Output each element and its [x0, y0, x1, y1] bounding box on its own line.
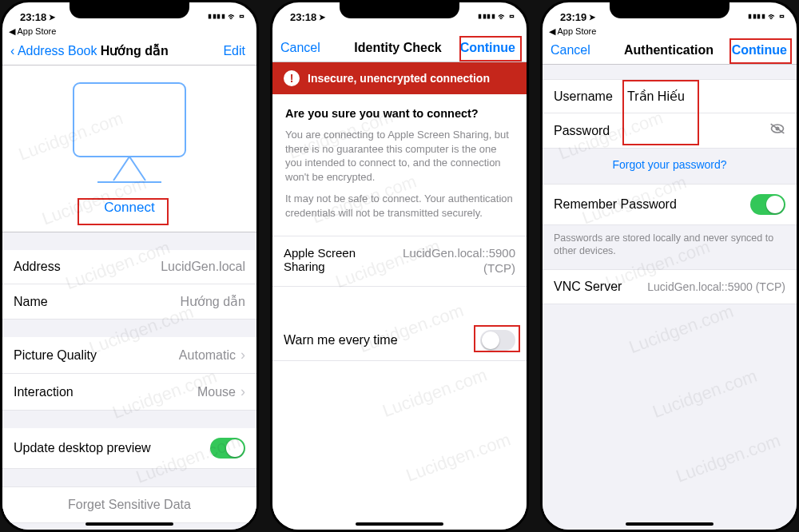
nav-bar: Cancel Identity Check Continue	[272, 36, 527, 62]
status-time-text: 23:18	[20, 11, 46, 23]
interaction-label: Interaction	[14, 385, 74, 399]
cancel-button[interactable]: Cancel	[280, 41, 354, 55]
svg-rect-0	[74, 83, 185, 157]
insecure-banner: ! Insecure, unencrypted connection	[272, 62, 527, 94]
forget-sensitive-data-button[interactable]: Forget Sensitive Data	[2, 486, 256, 523]
highlight-continue	[729, 38, 792, 64]
eye-off-icon[interactable]	[769, 122, 785, 139]
insecure-banner-text: Insecure, unencrypted connection	[308, 72, 490, 85]
row-password[interactable]: Password	[543, 113, 797, 149]
update-preview-toggle[interactable]	[210, 438, 245, 459]
row-interaction[interactable]: Interaction Mouse›	[2, 374, 256, 411]
row-vnc-server: VNC Server LucidGen.local::5900 (TCP)	[543, 269, 797, 304]
service-label: Apple Screen Sharing	[284, 246, 396, 276]
monitor-icon	[62, 77, 197, 189]
row-update-preview: Update desktop preview	[2, 428, 256, 469]
phone-1-settings: 23:18 ➤ ▮▮▮▮ ᯤ ▭ ◀︎ App Store ‹ Address …	[0, 0, 259, 532]
warning-paragraph-2: It may not be safe to connect. Your auth…	[285, 192, 514, 220]
forgot-password-link[interactable]: Forgot your password?	[543, 149, 797, 184]
remember-password-label: Remember Password	[554, 197, 677, 212]
chevron-right-icon: ›	[240, 347, 245, 363]
notch	[70, 2, 189, 18]
warning-paragraph-1: You are connecting to Apple Screen Shari…	[285, 128, 514, 184]
row-address[interactable]: Address LucidGen.local	[2, 250, 256, 284]
name-value: Hướng dẫn	[180, 294, 245, 309]
status-network-icons: ▮▮▮▮ ᯤ ▭	[478, 11, 514, 22]
svg-point-5	[776, 127, 780, 131]
back-to-app-label: App Store	[557, 26, 596, 36]
cancel-button[interactable]: Cancel	[551, 43, 624, 58]
interaction-value: Mouse	[197, 385, 236, 399]
row-picture-quality[interactable]: Picture Quality Automatic›	[2, 337, 256, 374]
warning-icon: !	[284, 70, 300, 86]
warn-every-time-label: Warn me every time	[284, 333, 398, 347]
nav-title: Identity Check	[354, 41, 442, 55]
location-icon: ➤	[319, 13, 325, 22]
nav-back-button[interactable]: ‹ Address Book	[10, 44, 97, 58]
content-area: ! Insecure, unencrypted connection Are y…	[272, 62, 527, 530]
warning-text-block: Are you sure you want to connect? You ar…	[272, 94, 527, 236]
confirm-question: Are you sure you want to connect?	[285, 107, 514, 120]
row-remember-password: Remember Password	[543, 184, 797, 225]
password-storage-note: Passwords are stored locally and never s…	[543, 225, 797, 269]
highlight-warn-toggle	[474, 325, 520, 352]
svg-line-2	[129, 157, 145, 181]
address-label: Address	[14, 260, 61, 274]
status-time: 23:18 ➤	[20, 11, 55, 23]
row-warn-toggle: Warn me every time	[272, 320, 527, 361]
hero-preview: Connect	[2, 66, 256, 232]
vnc-server-value: LucidGen.local::5900 (TCP)	[647, 280, 785, 293]
vnc-server-label: VNC Server	[554, 280, 622, 294]
status-time-text: 23:18	[290, 11, 316, 23]
chevron-right-icon: ›	[240, 383, 245, 399]
name-label: Name	[14, 295, 48, 309]
highlight-connect	[78, 198, 169, 225]
home-indicator[interactable]	[356, 522, 443, 526]
pq-value: Automatic	[179, 348, 236, 362]
content-area: Username Trần Hiếu Password Forgot your …	[543, 65, 797, 530]
password-label: Password	[554, 124, 627, 138]
content-area: Connect Address LucidGen.local Name Hướn…	[2, 66, 256, 530]
phone-2-identity-check: 23:18 ➤ ▮▮▮▮ ᯤ ▭ Cancel Identity Check C…	[270, 0, 529, 532]
nav-title: Authentication	[624, 43, 714, 58]
nav-bar: ‹ Address Book Hướng dẫn Edit	[2, 38, 256, 66]
remember-password-toggle[interactable]	[750, 194, 785, 215]
back-to-app[interactable]: ◀︎ App Store	[543, 26, 797, 38]
username-label: Username	[554, 89, 627, 104]
status-network-icons: ▮▮▮▮ ᯤ ▭	[748, 11, 784, 22]
nav-title: Hướng dẫn	[97, 43, 173, 58]
phone-3-authentication: 23:19 ➤ ▮▮▮▮ ᯤ ▭ ◀︎ App Store Cancel Aut…	[540, 0, 799, 532]
location-icon: ➤	[49, 13, 55, 22]
status-time-text: 23:19	[560, 11, 586, 23]
nav-bar: Cancel Authentication Continue	[543, 38, 797, 65]
nav-back-label: Address Book	[18, 44, 97, 58]
service-value: LucidGen.local::5900 (TCP)	[396, 246, 515, 276]
highlight-continue	[459, 36, 522, 62]
notch	[340, 2, 459, 18]
home-indicator[interactable]	[85, 522, 173, 526]
address-value: LucidGen.local	[161, 260, 245, 274]
home-indicator[interactable]	[626, 522, 714, 526]
location-icon: ➤	[589, 13, 595, 22]
nav-edit-button[interactable]: Edit	[172, 44, 245, 58]
status-time: 23:18 ➤	[290, 11, 325, 23]
svg-line-1	[113, 157, 129, 181]
status-time: 23:19 ➤	[560, 11, 595, 23]
status-network-icons: ▮▮▮▮ ᯤ ▭	[208, 11, 244, 22]
row-service: Apple Screen Sharing LucidGen.local::590…	[272, 236, 527, 287]
pq-label: Picture Quality	[14, 348, 97, 363]
update-preview-label: Update desktop preview	[14, 441, 151, 455]
row-name[interactable]: Name Hướng dẫn	[2, 284, 256, 320]
highlight-credentials	[622, 80, 699, 145]
back-to-app-label: App Store	[17, 26, 56, 36]
back-to-app[interactable]: ◀︎ App Store	[2, 26, 256, 38]
notch	[610, 2, 729, 18]
